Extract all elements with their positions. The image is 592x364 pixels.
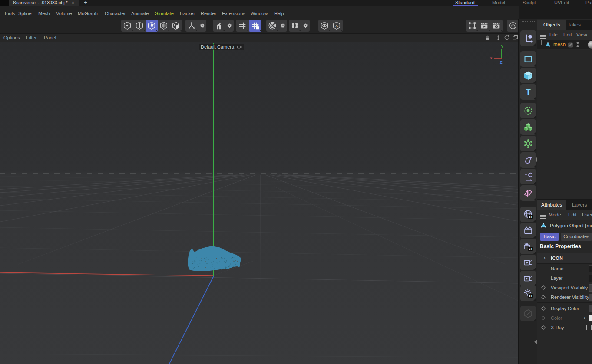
tool-light-tool[interactable]: ST [520,285,536,301]
checkbox[interactable] [586,325,592,330]
menu-volume[interactable]: Volume [56,7,72,20]
am-menu-mode[interactable]: Mode [549,210,561,220]
menu-mograph[interactable]: MoGraph [78,7,98,20]
snap-options-gear-icon[interactable] [225,20,234,32]
document-tab[interactable]: Scaniverse_...013033.obj * × [9,0,79,6]
text-field-stub[interactable] [589,275,592,282]
layout-tab-sculpt[interactable]: Sculpt [523,0,536,6]
render-settings-button[interactable] [490,20,503,32]
frame-selection-button[interactable] [466,20,478,32]
dropdown-stub[interactable] [589,305,592,312]
model-mode-button[interactable] [158,20,170,32]
viewport-menu-options[interactable]: Options [3,34,20,42]
close-tab-icon[interactable]: × [72,0,74,6]
tool-symmetry-tool[interactable] [520,185,536,201]
tool-array-tool[interactable] [520,119,536,135]
collapse-arrow-icon[interactable] [534,340,537,344]
tool-spline-rectangle-tool[interactable] [520,51,536,67]
tool-workplane-tool[interactable] [520,169,536,184]
splitter[interactable] [518,19,519,364]
color-swatch[interactable] [589,315,592,321]
menu-tools[interactable]: Tools [4,7,15,20]
tab-coordinates[interactable]: Coordinates [561,233,592,241]
mirror-button[interactable] [289,20,301,32]
points-mode-button[interactable] [121,20,133,32]
object-edit-toggle-icon[interactable] [568,42,573,49]
menu-help[interactable]: Help [274,7,284,20]
workplane-grid-button[interactable] [236,20,249,32]
render-view-button[interactable] [478,20,490,32]
lock-workplane-button[interactable] [249,20,261,32]
move-tool-button[interactable] [185,20,198,32]
maximize-view-icon[interactable] [512,34,519,41]
om-menu-view[interactable]: View [576,30,587,40]
layout-tab-uvedit[interactable]: UVEdit [554,0,569,6]
tab-basic[interactable]: Basic [540,233,559,241]
snap-tool-button[interactable] [213,20,225,32]
expand-arrow[interactable]: › [584,315,585,321]
viewport-canvas[interactable]: Default Camera Y X Z [0,42,518,364]
tool-camera-tool[interactable]: ST [520,239,536,254]
menu-render[interactable]: Render [201,7,216,20]
polygons-mode-button[interactable] [146,20,158,32]
keyframe-diamond-icon[interactable] [541,316,546,320]
viewport-menu-panel[interactable]: Panel [44,34,56,42]
tool-text-tool[interactable]: T [520,84,536,100]
mesh-object[interactable] [188,246,241,271]
texture-mode-button[interactable] [170,20,182,32]
tab-objects[interactable]: Objects [537,20,566,30]
tool-generator-tool[interactable] [520,136,536,151]
layout-tab-paint[interactable]: Pai [585,0,592,6]
zoom-updown-icon[interactable] [495,34,502,41]
keyframe-diamond-icon[interactable] [541,295,546,299]
menu-simulate[interactable]: Simulate [155,7,174,20]
om-menu-edit[interactable]: Edit [563,30,572,40]
new-tab-button[interactable]: + [83,0,89,6]
am-menu-user[interactable]: User [582,210,592,220]
tool-material-tool[interactable] [520,306,536,321]
icon-group-header[interactable]: › ICON [537,253,592,263]
menu-extensions[interactable]: Extensions [222,7,245,20]
tab-layers[interactable]: Layers [569,200,590,210]
interactive-render-button[interactable] [507,20,519,32]
tool-environment-tool[interactable]: ST [520,207,536,222]
om-menu-file[interactable]: File [549,30,558,40]
pan-hand-icon[interactable] [484,34,491,41]
keyframe-diamond-icon[interactable] [541,325,546,330]
menu-animate[interactable]: Animate [131,7,149,20]
tool-stage-tool[interactable] [520,223,536,238]
text-field-stub[interactable] [589,265,592,272]
viewport-menu-filter[interactable]: Filter [26,34,36,42]
dropdown-stub[interactable] [589,284,592,292]
keyframe-diamond-icon[interactable] [541,306,546,311]
tool-film-camera-tool[interactable] [520,271,536,286]
material-sphere-icon[interactable] [588,41,592,49]
dropdown-stub[interactable] [589,294,592,301]
tool-render-camera-tool[interactable] [520,255,536,270]
tab-attributes[interactable]: Attributes [537,200,566,210]
rotate-view-icon[interactable] [503,34,510,41]
object-visibility-dots-icon[interactable] [576,41,579,50]
menu-window[interactable]: Window [251,7,268,20]
layout-tab-model[interactable]: Model [492,0,505,6]
tool-cube-primitive-tool[interactable] [520,68,536,83]
quantize-button[interactable] [266,20,278,32]
am-menu-edit[interactable]: Edit [568,210,577,220]
tool-axis-tool[interactable] [520,30,536,46]
quantize-options-gear-icon[interactable] [278,20,287,32]
tab-takes[interactable]: Takes [566,20,582,30]
viewport-solo-button[interactable] [318,20,331,32]
palette-drag-handle[interactable] [521,19,536,23]
tool-instance-tool[interactable] [520,103,536,118]
object-row-mesh[interactable]: mesh [537,40,592,49]
tool-deformer-tool[interactable] [520,152,536,168]
camera-label[interactable]: Default Camera [199,44,244,50]
menu-character[interactable]: Character [105,7,126,20]
menu-tracker[interactable]: Tracker [179,7,195,20]
move-tool-options-gear-icon[interactable] [198,20,206,32]
menu-mesh[interactable]: Mesh [38,7,50,20]
menu-spline[interactable]: Spline [18,7,32,20]
annotation-button[interactable]: A [331,20,343,32]
object-name-label[interactable]: mesh [553,42,566,47]
edges-mode-button[interactable] [133,20,146,32]
